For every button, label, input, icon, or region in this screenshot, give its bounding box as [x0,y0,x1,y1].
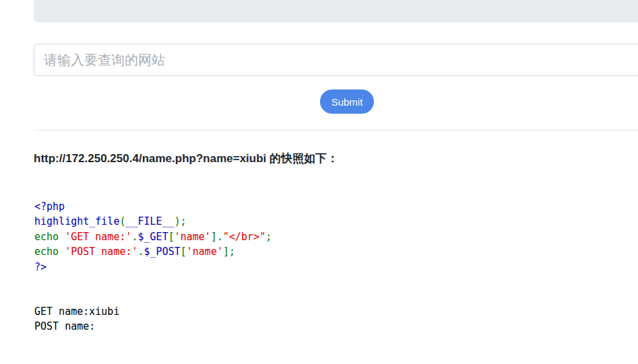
php-output-block: GET name:xiubiPOST name: [34,304,119,334]
code-line: ?> [34,260,272,275]
page: Submit http://172.250.250.4/name.php?nam… [0,0,638,364]
php-code-block: <?phphighlight_file(__FILE__);echo 'GET … [34,199,272,275]
code-line: echo 'POST name:'.$_POST['name']; [34,244,272,259]
output-line: GET name:xiubi [34,304,119,319]
output-line: POST name: [34,319,119,334]
code-line: highlight_file(__FILE__); [34,214,272,229]
submit-button[interactable]: Submit [320,89,374,114]
website-query-input[interactable] [34,44,638,76]
divider [34,130,638,131]
header-bar [34,0,638,22]
snapshot-heading: http://172.250.250.4/name.php?name=xiubi… [34,151,338,166]
code-line: <?php [34,199,272,214]
code-line: echo 'GET name:'.$_GET['name']."</br>"; [34,229,272,244]
